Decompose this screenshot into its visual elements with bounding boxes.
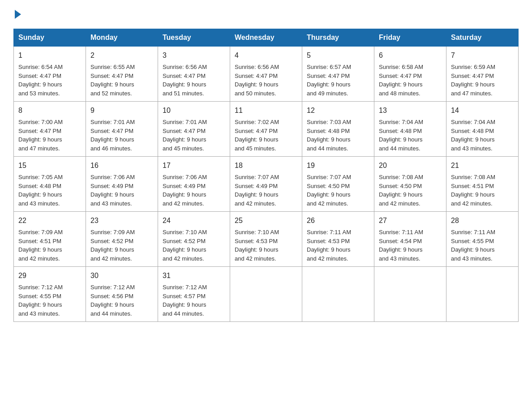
day-number: 23 xyxy=(90,215,153,226)
day-cell: 30Sunrise: 7:12 AMSunset: 4:56 PMDayligh… xyxy=(86,267,158,322)
day-cell: 23Sunrise: 7:09 AMSunset: 4:52 PMDayligh… xyxy=(86,212,158,267)
day-number: 22 xyxy=(18,215,81,226)
day-cell: 12Sunrise: 7:03 AMSunset: 4:48 PMDayligh… xyxy=(302,102,374,157)
day-cell: 14Sunrise: 7:04 AMSunset: 4:48 PMDayligh… xyxy=(446,102,519,157)
day-number: 17 xyxy=(163,160,225,171)
day-cell: 5Sunrise: 6:57 AMSunset: 4:47 PMDaylight… xyxy=(302,47,374,102)
week-row-2: 8Sunrise: 7:00 AMSunset: 4:47 PMDaylight… xyxy=(14,102,519,157)
day-number: 31 xyxy=(163,270,225,281)
day-cell: 1Sunrise: 6:54 AMSunset: 4:47 PMDaylight… xyxy=(14,47,86,102)
day-cell: 18Sunrise: 7:07 AMSunset: 4:49 PMDayligh… xyxy=(230,157,302,212)
day-number: 12 xyxy=(307,105,369,116)
day-number: 30 xyxy=(90,270,153,281)
day-info: Sunrise: 7:12 AMSunset: 4:55 PMDaylight:… xyxy=(18,283,81,318)
day-number: 7 xyxy=(451,50,514,61)
day-info: Sunrise: 6:56 AMSunset: 4:47 PMDaylight:… xyxy=(163,63,225,98)
page-header xyxy=(13,9,519,20)
day-cell xyxy=(302,267,374,322)
day-number: 29 xyxy=(18,270,81,281)
weekday-header-wednesday: Wednesday xyxy=(230,29,302,47)
day-info: Sunrise: 7:11 AMSunset: 4:54 PMDaylight:… xyxy=(379,228,442,263)
day-info: Sunrise: 7:02 AMSunset: 4:47 PMDaylight:… xyxy=(235,118,297,153)
day-number: 1 xyxy=(18,50,81,61)
day-info: Sunrise: 7:06 AMSunset: 4:49 PMDaylight:… xyxy=(90,173,153,208)
day-number: 21 xyxy=(451,160,514,171)
logo xyxy=(13,9,21,20)
day-info: Sunrise: 7:08 AMSunset: 4:50 PMDaylight:… xyxy=(379,173,442,208)
day-info: Sunrise: 7:06 AMSunset: 4:49 PMDaylight:… xyxy=(163,173,225,208)
day-info: Sunrise: 7:07 AMSunset: 4:50 PMDaylight:… xyxy=(307,173,369,208)
weekday-header-thursday: Thursday xyxy=(302,29,374,47)
day-info: Sunrise: 7:09 AMSunset: 4:51 PMDaylight:… xyxy=(18,228,81,263)
day-number: 28 xyxy=(451,215,514,226)
day-info: Sunrise: 7:11 AMSunset: 4:53 PMDaylight:… xyxy=(307,228,369,263)
weekday-header-saturday: Saturday xyxy=(446,29,519,47)
day-cell xyxy=(374,267,446,322)
day-info: Sunrise: 7:10 AMSunset: 4:53 PMDaylight:… xyxy=(235,228,297,263)
day-info: Sunrise: 6:58 AMSunset: 4:47 PMDaylight:… xyxy=(379,63,442,98)
day-cell: 25Sunrise: 7:10 AMSunset: 4:53 PMDayligh… xyxy=(230,212,302,267)
day-number: 2 xyxy=(90,50,153,61)
week-row-4: 22Sunrise: 7:09 AMSunset: 4:51 PMDayligh… xyxy=(14,212,519,267)
day-cell: 20Sunrise: 7:08 AMSunset: 4:50 PMDayligh… xyxy=(374,157,446,212)
day-info: Sunrise: 7:04 AMSunset: 4:48 PMDaylight:… xyxy=(451,118,514,153)
day-info: Sunrise: 7:04 AMSunset: 4:48 PMDaylight:… xyxy=(379,118,442,153)
day-cell: 31Sunrise: 7:12 AMSunset: 4:57 PMDayligh… xyxy=(158,267,230,322)
weekday-header-friday: Friday xyxy=(374,29,446,47)
calendar-table: SundayMondayTuesdayWednesdayThursdayFrid… xyxy=(13,29,519,322)
weekday-header-sunday: Sunday xyxy=(14,29,86,47)
day-number: 13 xyxy=(379,105,442,116)
day-cell: 17Sunrise: 7:06 AMSunset: 4:49 PMDayligh… xyxy=(158,157,230,212)
day-cell xyxy=(446,267,519,322)
day-cell: 7Sunrise: 6:59 AMSunset: 4:47 PMDaylight… xyxy=(446,47,519,102)
day-number: 8 xyxy=(18,105,81,116)
day-number: 5 xyxy=(307,50,369,61)
day-cell: 15Sunrise: 7:05 AMSunset: 4:48 PMDayligh… xyxy=(14,157,86,212)
day-info: Sunrise: 6:55 AMSunset: 4:47 PMDaylight:… xyxy=(90,63,153,98)
day-number: 24 xyxy=(163,215,225,226)
day-number: 3 xyxy=(163,50,225,61)
day-info: Sunrise: 7:01 AMSunset: 4:47 PMDaylight:… xyxy=(90,118,153,153)
day-number: 25 xyxy=(235,215,297,226)
day-number: 26 xyxy=(307,215,369,226)
day-cell: 29Sunrise: 7:12 AMSunset: 4:55 PMDayligh… xyxy=(14,267,86,322)
logo-arrow-icon xyxy=(15,10,21,19)
day-number: 9 xyxy=(90,105,153,116)
day-info: Sunrise: 6:56 AMSunset: 4:47 PMDaylight:… xyxy=(235,63,297,98)
day-number: 6 xyxy=(379,50,442,61)
day-number: 27 xyxy=(379,215,442,226)
day-cell: 3Sunrise: 6:56 AMSunset: 4:47 PMDaylight… xyxy=(158,47,230,102)
calendar-header: SundayMondayTuesdayWednesdayThursdayFrid… xyxy=(14,29,519,47)
day-cell: 28Sunrise: 7:11 AMSunset: 4:55 PMDayligh… xyxy=(446,212,519,267)
day-info: Sunrise: 7:11 AMSunset: 4:55 PMDaylight:… xyxy=(451,228,514,263)
day-number: 19 xyxy=(307,160,369,171)
calendar-body: 1Sunrise: 6:54 AMSunset: 4:47 PMDaylight… xyxy=(14,47,519,322)
day-cell: 11Sunrise: 7:02 AMSunset: 4:47 PMDayligh… xyxy=(230,102,302,157)
day-info: Sunrise: 7:05 AMSunset: 4:48 PMDaylight:… xyxy=(18,173,81,208)
day-cell: 13Sunrise: 7:04 AMSunset: 4:48 PMDayligh… xyxy=(374,102,446,157)
day-cell: 2Sunrise: 6:55 AMSunset: 4:47 PMDaylight… xyxy=(86,47,158,102)
day-number: 18 xyxy=(235,160,297,171)
day-info: Sunrise: 7:03 AMSunset: 4:48 PMDaylight:… xyxy=(307,118,369,153)
day-info: Sunrise: 7:10 AMSunset: 4:52 PMDaylight:… xyxy=(163,228,225,263)
week-row-3: 15Sunrise: 7:05 AMSunset: 4:48 PMDayligh… xyxy=(14,157,519,212)
day-number: 11 xyxy=(235,105,297,116)
day-info: Sunrise: 6:59 AMSunset: 4:47 PMDaylight:… xyxy=(451,63,514,98)
day-info: Sunrise: 7:08 AMSunset: 4:51 PMDaylight:… xyxy=(451,173,514,208)
weekday-header-monday: Monday xyxy=(86,29,158,47)
day-number: 16 xyxy=(90,160,153,171)
day-number: 20 xyxy=(379,160,442,171)
day-number: 10 xyxy=(163,105,225,116)
weekday-header-row: SundayMondayTuesdayWednesdayThursdayFrid… xyxy=(14,29,519,47)
day-info: Sunrise: 7:01 AMSunset: 4:47 PMDaylight:… xyxy=(163,118,225,153)
week-row-1: 1Sunrise: 6:54 AMSunset: 4:47 PMDaylight… xyxy=(14,47,519,102)
day-number: 4 xyxy=(235,50,297,61)
day-cell: 4Sunrise: 6:56 AMSunset: 4:47 PMDaylight… xyxy=(230,47,302,102)
day-info: Sunrise: 7:12 AMSunset: 4:57 PMDaylight:… xyxy=(163,283,225,318)
day-info: Sunrise: 7:09 AMSunset: 4:52 PMDaylight:… xyxy=(90,228,153,263)
day-cell: 24Sunrise: 7:10 AMSunset: 4:52 PMDayligh… xyxy=(158,212,230,267)
day-cell: 9Sunrise: 7:01 AMSunset: 4:47 PMDaylight… xyxy=(86,102,158,157)
day-info: Sunrise: 7:00 AMSunset: 4:47 PMDaylight:… xyxy=(18,118,81,153)
day-cell: 22Sunrise: 7:09 AMSunset: 4:51 PMDayligh… xyxy=(14,212,86,267)
day-cell: 6Sunrise: 6:58 AMSunset: 4:47 PMDaylight… xyxy=(374,47,446,102)
